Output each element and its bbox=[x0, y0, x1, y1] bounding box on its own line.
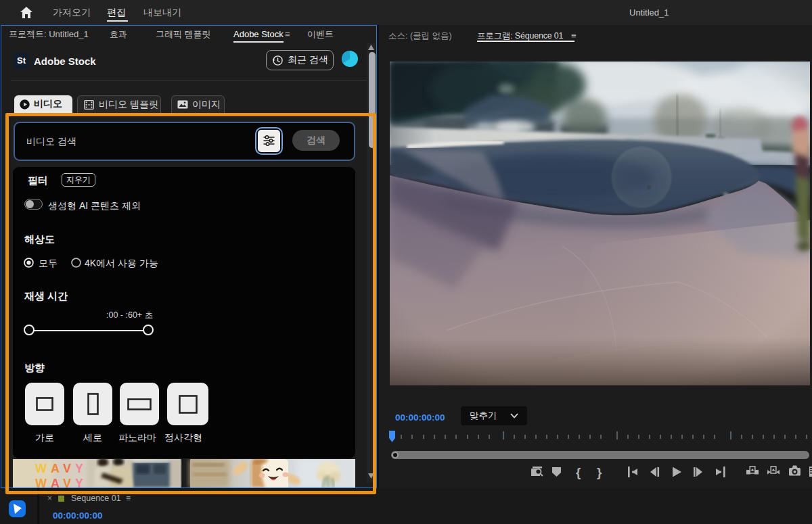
svg-text:V: V bbox=[63, 462, 71, 475]
svg-text:W: W bbox=[35, 462, 47, 475]
svg-text:W: W bbox=[35, 477, 47, 487]
svg-text:A: A bbox=[51, 477, 60, 487]
svg-text:A: A bbox=[51, 462, 60, 475]
svg-text:Y: Y bbox=[75, 477, 83, 487]
svg-text:V: V bbox=[63, 477, 71, 487]
svg-text:{: { bbox=[576, 465, 581, 479]
svg-text:}: } bbox=[597, 465, 602, 479]
svg-text:Y: Y bbox=[75, 462, 83, 475]
